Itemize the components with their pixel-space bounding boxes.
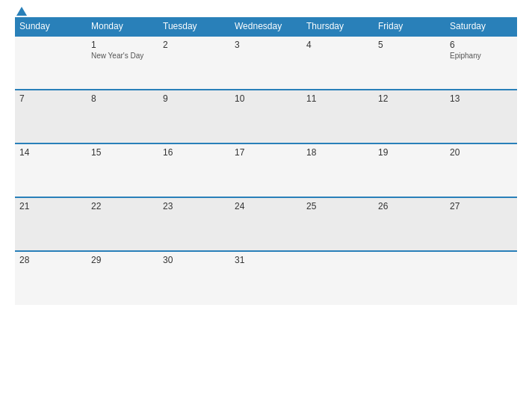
calendar-week-3: 14151617181920 xyxy=(15,143,517,197)
calendar-cell xyxy=(15,36,87,90)
day-number: 10 xyxy=(235,93,297,104)
calendar-cell: 11 xyxy=(302,90,374,143)
holiday-label: Epiphany xyxy=(450,52,513,60)
calendar-cell: 17 xyxy=(230,143,302,197)
calendar-cell: 30 xyxy=(158,251,230,305)
day-number: 3 xyxy=(235,40,297,50)
calendar-cell: 14 xyxy=(15,143,87,197)
day-number: 4 xyxy=(306,40,369,50)
day-number: 30 xyxy=(163,255,226,265)
holiday-label: New Year's Day xyxy=(91,52,154,60)
day-number: 29 xyxy=(91,255,154,265)
day-number: 2 xyxy=(163,40,226,50)
calendar-cell: 2 xyxy=(158,36,230,90)
calendar-cell: 10 xyxy=(230,90,302,143)
calendar-cell: 7 xyxy=(15,90,87,143)
logo-blue-container xyxy=(15,7,27,16)
day-number: 25 xyxy=(306,201,369,211)
weekday-header-saturday: Saturday xyxy=(445,17,517,36)
day-number: 5 xyxy=(378,40,441,50)
calendar-cell: 5 xyxy=(374,36,445,90)
weekday-header-monday: Monday xyxy=(87,17,158,36)
calendar-week-1: 1New Year's Day23456Epiphany xyxy=(15,36,517,90)
weekday-header-friday: Friday xyxy=(374,17,445,36)
day-number: 26 xyxy=(378,201,441,211)
calendar-cell xyxy=(374,251,445,305)
weekday-header-tuesday: Tuesday xyxy=(158,17,230,36)
calendar-cell: 22 xyxy=(87,197,158,251)
calendar-cell: 1New Year's Day xyxy=(87,36,158,90)
day-number: 20 xyxy=(450,147,513,158)
day-number: 19 xyxy=(378,147,441,158)
calendar-cell: 23 xyxy=(158,197,230,251)
calendar-cell: 19 xyxy=(374,143,445,197)
calendar-cell: 13 xyxy=(445,90,517,143)
day-number: 15 xyxy=(91,147,154,158)
calendar-cell: 26 xyxy=(374,197,445,251)
calendar-cell: 20 xyxy=(445,143,517,197)
calendar-week-5: 28293031 xyxy=(15,251,517,305)
day-number: 9 xyxy=(163,93,226,104)
weekday-header-sunday: Sunday xyxy=(15,17,87,36)
calendar-cell: 3 xyxy=(230,36,302,90)
calendar-cell: 18 xyxy=(302,143,374,197)
calendar-cell: 24 xyxy=(230,197,302,251)
day-number: 23 xyxy=(163,201,226,211)
calendar-cell: 8 xyxy=(87,90,158,143)
day-number: 7 xyxy=(19,93,82,104)
day-number: 11 xyxy=(306,93,369,104)
weekday-header-wednesday: Wednesday xyxy=(230,17,302,36)
calendar-cell: 29 xyxy=(87,251,158,305)
day-number: 31 xyxy=(235,255,297,265)
day-number: 18 xyxy=(306,147,369,158)
calendar-table: SundayMondayTuesdayWednesdayThursdayFrid… xyxy=(15,17,517,305)
day-number: 17 xyxy=(235,147,297,158)
calendar-cell: 12 xyxy=(374,90,445,143)
calendar-cell xyxy=(445,251,517,305)
weekday-header-row: SundayMondayTuesdayWednesdayThursdayFrid… xyxy=(15,17,517,36)
day-number: 16 xyxy=(163,147,226,158)
calendar-cell: 27 xyxy=(445,197,517,251)
day-number: 1 xyxy=(91,40,154,50)
calendar-page: SundayMondayTuesdayWednesdayThursdayFrid… xyxy=(0,0,532,411)
day-number: 24 xyxy=(235,201,297,211)
day-number: 13 xyxy=(450,93,513,104)
day-number: 14 xyxy=(19,147,82,158)
calendar-cell: 4 xyxy=(302,36,374,90)
day-number: 22 xyxy=(91,201,154,211)
logo xyxy=(15,7,27,16)
weekday-header-thursday: Thursday xyxy=(302,17,374,36)
day-number: 27 xyxy=(450,201,513,211)
calendar-cell: 6Epiphany xyxy=(445,36,517,90)
calendar-cell: 28 xyxy=(15,251,87,305)
calendar-cell: 9 xyxy=(158,90,230,143)
calendar-cell: 25 xyxy=(302,197,374,251)
calendar-cell: 31 xyxy=(230,251,302,305)
calendar-cell: 15 xyxy=(87,143,158,197)
logo-triangle-icon xyxy=(16,7,27,16)
day-number: 12 xyxy=(378,93,441,104)
day-number: 6 xyxy=(450,40,513,50)
calendar-week-4: 21222324252627 xyxy=(15,197,517,251)
calendar-cell: 21 xyxy=(15,197,87,251)
day-number: 21 xyxy=(19,201,82,211)
day-number: 28 xyxy=(19,255,82,265)
calendar-cell: 16 xyxy=(158,143,230,197)
day-number: 8 xyxy=(91,93,154,104)
calendar-cell xyxy=(302,251,374,305)
calendar-week-2: 78910111213 xyxy=(15,90,517,143)
